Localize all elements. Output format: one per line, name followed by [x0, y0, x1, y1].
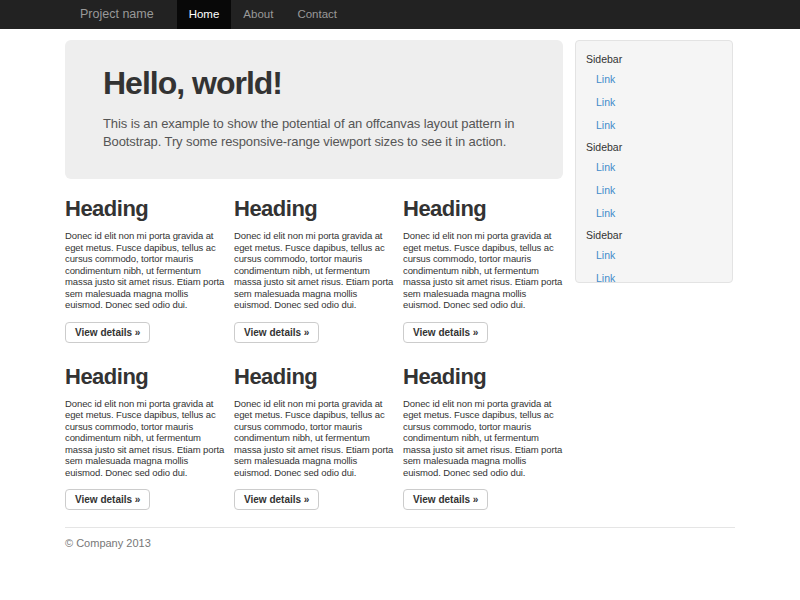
sidebar-group-header: Sidebar: [586, 49, 722, 68]
sidebar-link[interactable]: Link: [586, 244, 722, 267]
card-body-text: Donec id elit non mi porta gravida at eg…: [65, 398, 225, 479]
sidebar-link[interactable]: Link: [586, 267, 722, 283]
view-details-button[interactable]: View details »: [65, 489, 150, 510]
sidebar-link[interactable]: Link: [586, 156, 722, 179]
view-details-button[interactable]: View details »: [403, 489, 488, 510]
page-footer: © Company 2013: [65, 527, 735, 561]
nav-item-home[interactable]: Home: [177, 0, 232, 29]
sidebar-link[interactable]: Link: [586, 202, 722, 225]
sidebar-link[interactable]: Link: [586, 114, 722, 137]
view-details-button[interactable]: View details »: [403, 322, 488, 343]
card-heading: Heading: [234, 196, 394, 222]
page-container: Hello, world! This is an example to show…: [65, 40, 735, 561]
card-heading: Heading: [65, 196, 225, 222]
main-content: Hello, world! This is an example to show…: [65, 40, 563, 514]
cards-row-1: Heading Donec id elit non mi porta gravi…: [65, 179, 563, 347]
card-body-text: Donec id elit non mi porta gravida at eg…: [234, 398, 394, 479]
card-body-text: Donec id elit non mi porta gravida at eg…: [403, 230, 563, 311]
copyright-text: © Company 2013: [65, 537, 735, 549]
jumbotron: Hello, world! This is an example to show…: [65, 40, 563, 179]
card: Heading Donec id elit non mi porta gravi…: [403, 179, 563, 347]
sidebar-group-header: Sidebar: [586, 225, 722, 244]
jumbotron-description: This is an example to show the potential…: [103, 115, 525, 150]
card: Heading Donec id elit non mi porta gravi…: [65, 179, 225, 347]
brand-link[interactable]: Project name: [65, 0, 169, 29]
view-details-button[interactable]: View details »: [234, 489, 319, 510]
view-details-button[interactable]: View details »: [234, 322, 319, 343]
card-body-text: Donec id elit non mi porta gravida at eg…: [403, 398, 563, 479]
card: Heading Donec id elit non mi porta gravi…: [403, 347, 563, 515]
page-title: Hello, world!: [103, 65, 525, 102]
card: Heading Donec id elit non mi porta gravi…: [234, 347, 394, 515]
nav-item-about[interactable]: About: [231, 0, 285, 29]
cards-row-2: Heading Donec id elit non mi porta gravi…: [65, 347, 563, 515]
sidebar-link[interactable]: Link: [586, 91, 722, 114]
card-heading: Heading: [403, 196, 563, 222]
card-heading: Heading: [403, 364, 563, 390]
card-heading: Heading: [234, 364, 394, 390]
sidebar-group-header: Sidebar: [586, 137, 722, 156]
sidebar-link[interactable]: Link: [586, 179, 722, 202]
card-body-text: Donec id elit non mi porta gravida at eg…: [65, 230, 225, 311]
card: Heading Donec id elit non mi porta gravi…: [65, 347, 225, 515]
card-heading: Heading: [65, 364, 225, 390]
card: Heading Donec id elit non mi porta gravi…: [234, 179, 394, 347]
sidebar: Sidebar Link Link Link Sidebar Link Link…: [575, 40, 733, 283]
sidebar-link[interactable]: Link: [586, 68, 722, 91]
top-navbar: Project name Home About Contact: [0, 0, 800, 29]
card-body-text: Donec id elit non mi porta gravida at eg…: [234, 230, 394, 311]
view-details-button[interactable]: View details »: [65, 322, 150, 343]
navbar-menu: Home About Contact: [177, 0, 349, 29]
nav-item-contact[interactable]: Contact: [285, 0, 349, 29]
